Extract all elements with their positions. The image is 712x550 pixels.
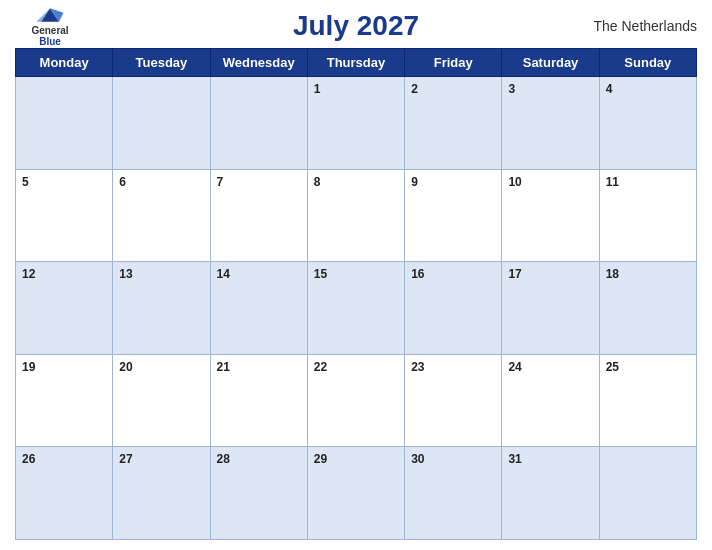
day-number: 15 [314,267,327,281]
day-number: 26 [22,452,35,466]
logo-blue-text: Blue [39,36,61,47]
calendar-header: General Blue July 2027 The Netherlands [15,10,697,42]
weekday-header-monday: Monday [16,49,113,77]
day-number: 12 [22,267,35,281]
weekday-header-tuesday: Tuesday [113,49,210,77]
calendar-cell: 13 [113,262,210,355]
country-label: The Netherlands [593,18,697,34]
day-number: 28 [217,452,230,466]
weekday-header-friday: Friday [405,49,502,77]
day-number: 3 [508,82,515,96]
calendar-cell [16,77,113,170]
day-number: 23 [411,360,424,374]
calendar-cell: 17 [502,262,599,355]
week-row-1: 1234 [16,77,697,170]
logo-icon [35,5,65,25]
calendar-cell: 15 [307,262,404,355]
day-number: 29 [314,452,327,466]
calendar-cell: 10 [502,169,599,262]
weekday-header-sunday: Sunday [599,49,696,77]
calendar-cell: 6 [113,169,210,262]
day-number: 11 [606,175,619,189]
calendar-cell: 23 [405,354,502,447]
calendar-cell: 11 [599,169,696,262]
calendar-cell: 31 [502,447,599,540]
day-number: 14 [217,267,230,281]
calendar-cell: 21 [210,354,307,447]
calendar-cell: 29 [307,447,404,540]
day-number: 8 [314,175,321,189]
day-number: 2 [411,82,418,96]
calendar-cell: 8 [307,169,404,262]
weekday-header-wednesday: Wednesday [210,49,307,77]
day-number: 16 [411,267,424,281]
calendar-cell: 5 [16,169,113,262]
week-row-5: 262728293031 [16,447,697,540]
calendar-body: 1234567891011121314151617181920212223242… [16,77,697,540]
day-number: 17 [508,267,521,281]
calendar-cell: 28 [210,447,307,540]
calendar-cell: 30 [405,447,502,540]
calendar-cell: 20 [113,354,210,447]
day-number: 27 [119,452,132,466]
day-number: 1 [314,82,321,96]
weekday-row: MondayTuesdayWednesdayThursdayFridaySatu… [16,49,697,77]
weekday-header-thursday: Thursday [307,49,404,77]
calendar-cell: 7 [210,169,307,262]
day-number: 20 [119,360,132,374]
calendar-cell: 14 [210,262,307,355]
logo-general-text: General [31,25,68,36]
calendar-cell: 26 [16,447,113,540]
calendar-cell: 4 [599,77,696,170]
week-row-3: 12131415161718 [16,262,697,355]
calendar-table: MondayTuesdayWednesdayThursdayFridaySatu… [15,48,697,540]
day-number: 5 [22,175,29,189]
calendar-cell [210,77,307,170]
day-number: 22 [314,360,327,374]
day-number: 24 [508,360,521,374]
day-number: 6 [119,175,126,189]
calendar-cell: 12 [16,262,113,355]
page-title: July 2027 [293,10,419,42]
weekday-header-saturday: Saturday [502,49,599,77]
week-row-4: 19202122232425 [16,354,697,447]
calendar-cell: 16 [405,262,502,355]
day-number: 10 [508,175,521,189]
calendar-cell: 19 [16,354,113,447]
day-number: 31 [508,452,521,466]
day-number: 30 [411,452,424,466]
calendar-cell: 22 [307,354,404,447]
calendar-cell: 2 [405,77,502,170]
calendar-cell: 9 [405,169,502,262]
day-number: 4 [606,82,613,96]
logo: General Blue [15,5,85,47]
calendar-cell: 18 [599,262,696,355]
day-number: 18 [606,267,619,281]
calendar-cell [599,447,696,540]
calendar-cell: 3 [502,77,599,170]
calendar-header-row: MondayTuesdayWednesdayThursdayFridaySatu… [16,49,697,77]
calendar-cell: 25 [599,354,696,447]
calendar-cell: 1 [307,77,404,170]
calendar-cell: 27 [113,447,210,540]
day-number: 7 [217,175,224,189]
day-number: 19 [22,360,35,374]
calendar-cell [113,77,210,170]
day-number: 9 [411,175,418,189]
day-number: 21 [217,360,230,374]
calendar-cell: 24 [502,354,599,447]
day-number: 25 [606,360,619,374]
day-number: 13 [119,267,132,281]
week-row-2: 567891011 [16,169,697,262]
